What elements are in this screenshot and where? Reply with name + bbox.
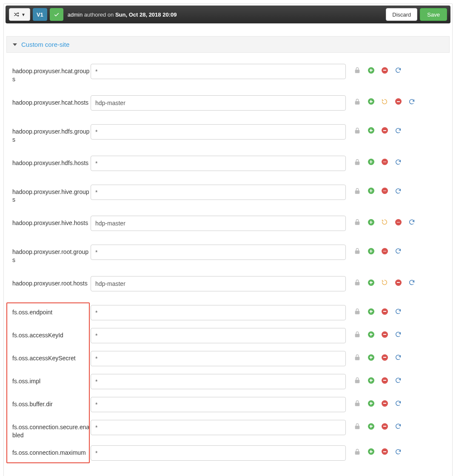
add-icon[interactable] bbox=[367, 448, 375, 456]
property-row: hadoop.proxyuser.hcat.hosts bbox=[10, 95, 446, 112]
property-input[interactable] bbox=[91, 445, 346, 461]
property-label: hadoop.proxyuser.hive.groups bbox=[10, 185, 91, 204]
property-row: hadoop.proxyuser.root.hosts bbox=[10, 276, 446, 293]
section-header[interactable]: Custom core-site bbox=[6, 36, 450, 53]
lock-icon[interactable] bbox=[353, 308, 361, 315]
lock-icon[interactable] bbox=[353, 187, 361, 195]
current-version-check[interactable] bbox=[50, 8, 63, 21]
refresh-icon[interactable] bbox=[394, 448, 402, 456]
refresh-icon[interactable] bbox=[394, 66, 402, 74]
refresh-icon[interactable] bbox=[394, 331, 402, 338]
lock-icon[interactable] bbox=[353, 247, 361, 255]
property-row: hadoop.proxyuser.hdfs.hosts bbox=[10, 156, 446, 173]
add-icon[interactable] bbox=[367, 279, 375, 286]
refresh-icon[interactable] bbox=[408, 218, 416, 226]
remove-icon[interactable] bbox=[381, 127, 388, 134]
add-icon[interactable] bbox=[367, 187, 375, 195]
property-input[interactable] bbox=[91, 276, 346, 291]
remove-icon[interactable] bbox=[381, 158, 388, 166]
add-icon[interactable] bbox=[367, 308, 375, 315]
lock-icon[interactable] bbox=[353, 158, 361, 166]
add-icon[interactable] bbox=[367, 218, 375, 226]
remove-icon[interactable] bbox=[381, 376, 388, 384]
lock-icon[interactable] bbox=[353, 218, 361, 226]
refresh-icon[interactable] bbox=[394, 187, 402, 195]
lock-icon[interactable] bbox=[353, 448, 361, 456]
property-actions bbox=[346, 95, 416, 105]
property-actions bbox=[346, 216, 416, 226]
property-actions bbox=[346, 64, 416, 74]
compare-versions-button[interactable]: ▼ bbox=[9, 8, 30, 21]
remove-icon[interactable] bbox=[394, 218, 402, 226]
remove-icon[interactable] bbox=[381, 247, 388, 255]
refresh-icon[interactable] bbox=[394, 376, 402, 384]
refresh-icon[interactable] bbox=[394, 158, 402, 166]
property-input[interactable] bbox=[91, 397, 346, 412]
remove-icon[interactable] bbox=[394, 279, 402, 286]
remove-icon[interactable] bbox=[394, 98, 402, 105]
property-input[interactable] bbox=[91, 156, 346, 171]
property-input[interactable] bbox=[91, 245, 346, 260]
refresh-icon[interactable] bbox=[394, 127, 402, 134]
lock-icon[interactable] bbox=[353, 98, 361, 105]
lock-icon[interactable] bbox=[353, 66, 361, 74]
undo-icon[interactable] bbox=[381, 218, 388, 226]
property-actions bbox=[346, 351, 416, 361]
property-input[interactable] bbox=[91, 64, 346, 79]
lock-icon[interactable] bbox=[353, 422, 361, 430]
authored-on-text: authored on bbox=[84, 11, 114, 18]
save-button[interactable]: Save bbox=[420, 8, 447, 21]
add-icon[interactable] bbox=[367, 399, 375, 407]
property-row: fs.oss.accessKeyId bbox=[10, 328, 446, 345]
add-icon[interactable] bbox=[367, 158, 375, 166]
property-input[interactable] bbox=[91, 374, 346, 389]
property-input[interactable] bbox=[91, 95, 346, 111]
property-input[interactable] bbox=[91, 420, 346, 435]
property-input[interactable] bbox=[91, 124, 346, 140]
property-input[interactable] bbox=[91, 328, 346, 343]
lock-icon[interactable] bbox=[353, 399, 361, 407]
add-icon[interactable] bbox=[367, 98, 375, 105]
discard-button[interactable]: Discard bbox=[386, 8, 417, 21]
property-actions bbox=[346, 445, 416, 456]
property-row: hadoop.proxyuser.hive.hosts bbox=[10, 216, 446, 233]
refresh-icon[interactable] bbox=[394, 308, 402, 315]
remove-icon[interactable] bbox=[381, 187, 388, 195]
add-icon[interactable] bbox=[367, 376, 375, 384]
refresh-icon[interactable] bbox=[394, 422, 402, 430]
lock-icon[interactable] bbox=[353, 127, 361, 134]
lock-icon[interactable] bbox=[353, 353, 361, 361]
remove-icon[interactable] bbox=[381, 308, 388, 315]
version-badge[interactable]: V1 bbox=[33, 8, 47, 21]
add-icon[interactable] bbox=[367, 66, 375, 74]
refresh-icon[interactable] bbox=[394, 353, 402, 361]
lock-icon[interactable] bbox=[353, 376, 361, 384]
property-input[interactable] bbox=[91, 351, 346, 366]
add-icon[interactable] bbox=[367, 247, 375, 255]
remove-icon[interactable] bbox=[381, 331, 388, 338]
property-input[interactable] bbox=[91, 216, 346, 231]
remove-icon[interactable] bbox=[381, 422, 388, 430]
author-info: admin authored on Sun, Oct 28, 2018 20:0… bbox=[68, 11, 177, 18]
undo-icon[interactable] bbox=[381, 98, 388, 105]
lock-icon[interactable] bbox=[353, 279, 361, 286]
remove-icon[interactable] bbox=[381, 399, 388, 407]
lock-icon[interactable] bbox=[353, 331, 361, 338]
remove-icon[interactable] bbox=[381, 448, 388, 456]
property-input[interactable] bbox=[91, 305, 346, 320]
refresh-icon[interactable] bbox=[394, 399, 402, 407]
refresh-icon[interactable] bbox=[408, 279, 416, 286]
add-icon[interactable] bbox=[367, 353, 375, 361]
add-icon[interactable] bbox=[367, 331, 375, 338]
remove-icon[interactable] bbox=[381, 66, 388, 74]
properties-panel: hadoop.proxyuser.hcat.groupshadoop.proxy… bbox=[6, 53, 450, 462]
add-icon[interactable] bbox=[367, 127, 375, 134]
remove-icon[interactable] bbox=[381, 353, 388, 361]
property-input[interactable] bbox=[91, 185, 346, 200]
page-container: ▼ V1 admin authored on Sun, Oct 28, 2018… bbox=[3, 3, 453, 476]
undo-icon[interactable] bbox=[381, 279, 388, 286]
refresh-icon[interactable] bbox=[394, 247, 402, 255]
property-label: fs.oss.accessKeySecret bbox=[10, 351, 91, 362]
add-icon[interactable] bbox=[367, 422, 375, 430]
refresh-icon[interactable] bbox=[408, 98, 416, 105]
